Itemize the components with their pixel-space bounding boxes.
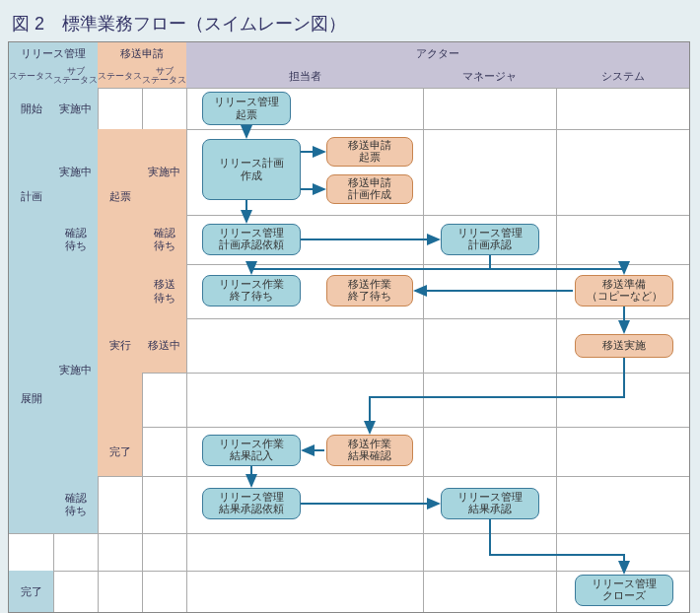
box-result-approve-req: リリース管理結果承認依頼 (202, 488, 301, 519)
row-plan-t-status: 起票 (98, 129, 142, 264)
diagram-title: 図 2 標準業務フロー（スイムレーン図） (12, 12, 692, 35)
row-plan-sub-2: 確認待ち (53, 215, 98, 264)
row-done: 完了 (9, 571, 53, 612)
col-sub-status-2: サブステータス (142, 64, 186, 88)
box-plan-approve: リリース管理計画承認 (441, 224, 539, 255)
row-plan-t-sub-2: 確認待ち (142, 215, 186, 264)
row-plan-sub-1: 実施中 (53, 129, 98, 215)
row-deploy-t-sub-wait: 移送待ち (142, 264, 186, 318)
col-system: システム (556, 64, 689, 88)
row-deploy-t-sub-transferring: 移送中 (142, 318, 186, 373)
box-transfer-result-confirm: 移送作業結果確認 (326, 435, 413, 466)
row-deploy-sub-1: 実施中 (53, 264, 98, 476)
box-transfer-prep: 移送準備（コピーなど） (575, 275, 673, 306)
row-deploy-sub-2: 確認待ち (53, 476, 98, 533)
lane-actor: アクター (186, 42, 689, 64)
col-assignee: 担当者 (186, 64, 423, 88)
col-sub-status-1: サブステータス (53, 64, 98, 88)
row-deploy: 展開 (9, 264, 53, 533)
lane-transfer-req: 移送申請 (98, 42, 186, 64)
box-transfer-req-draft: 移送申請起票 (326, 137, 413, 167)
box-transfer-req-plan: 移送申請計画作成 (326, 174, 413, 204)
box-transfer-work-wait: 移送作業終了待ち (326, 275, 413, 306)
row-start: 開始 (9, 88, 53, 129)
row-plan: 計画 (9, 129, 53, 264)
box-result-approve: リリース管理結果承認 (441, 488, 539, 519)
row-start-sub: 実施中 (53, 88, 98, 129)
col-status-1: ステータス (9, 64, 53, 88)
row-plan-t-sub-1: 実施中 (142, 129, 186, 215)
box-work-wait: リリース作業終了待ち (202, 275, 301, 306)
box-work-result-entry: リリース作業結果記入 (202, 435, 301, 466)
row-deploy-t-status-done: 完了 (98, 427, 142, 476)
box-transfer-exec: 移送実施 (575, 334, 673, 358)
box-release-plan-create: リリース計画作成 (202, 139, 301, 200)
box-release-draft: リリース管理起票 (202, 92, 291, 125)
lane-release-mgmt: リリース管理 (9, 42, 98, 64)
col-manager: マネージャ (423, 64, 556, 88)
box-plan-approve-req: リリース管理計画承認依頼 (202, 224, 301, 255)
row-deploy-t-status-exec: 実行 (98, 264, 142, 427)
box-release-close: リリース管理クローズ (575, 575, 673, 606)
col-status-2: ステータス (98, 64, 142, 88)
